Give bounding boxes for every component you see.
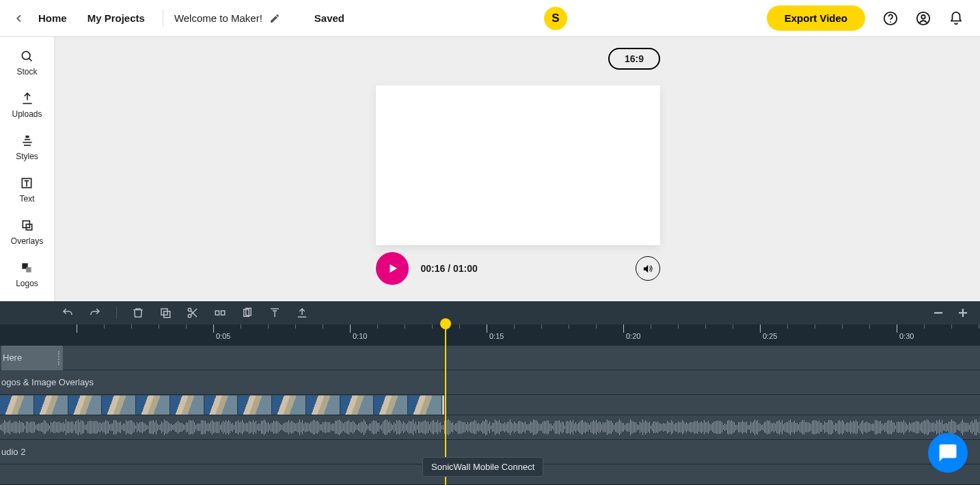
zoom-in-icon[interactable]: [957, 307, 969, 319]
svg-line-5: [29, 58, 32, 61]
redo-icon[interactable]: [89, 307, 101, 319]
play-button[interactable]: [376, 252, 409, 285]
svg-rect-9: [24, 145, 31, 146]
video-track[interactable]: [0, 394, 980, 415]
saved-label: Saved: [314, 12, 344, 24]
svg-rect-7: [24, 139, 29, 141]
trash-icon[interactable]: [132, 307, 144, 319]
canvas-pane: 16:9 00:16 / 01:00: [54, 37, 980, 301]
player-controls: 00:16 / 01:00: [376, 252, 660, 285]
sidebar-item-text[interactable]: Text: [19, 176, 34, 204]
timeline-toolbar: [0, 301, 980, 324]
sidebar-item-styles[interactable]: Styles: [16, 134, 38, 161]
sidebar-item-label: Overlays: [11, 236, 43, 246]
sidebar-item-logos[interactable]: Logos: [16, 261, 38, 288]
sidebar-item-overlays[interactable]: Overlays: [11, 219, 43, 246]
split-icon[interactable]: [214, 307, 226, 319]
sidebar-item-uploads[interactable]: Uploads: [12, 92, 42, 119]
copy-icon[interactable]: [241, 307, 254, 319]
my-projects-link[interactable]: My Projects: [81, 8, 152, 28]
svg-rect-8: [23, 142, 31, 143]
text-top-icon[interactable]: [269, 307, 281, 319]
header-left: Home My Projects Welcome to Maker! Saved: [14, 8, 344, 28]
clip-tooltip: SonicWall Mobile Connect: [422, 457, 543, 477]
zoom-out-icon[interactable]: [932, 307, 944, 319]
separator: [116, 307, 117, 319]
sidebar-item-label: Stock: [16, 67, 37, 77]
bell-icon[interactable]: [949, 11, 964, 26]
account-icon[interactable]: [916, 11, 931, 26]
time-display: 00:16 / 01:00: [421, 263, 478, 274]
app-header: Home My Projects Welcome to Maker! Saved…: [0, 0, 980, 37]
svg-rect-26: [221, 311, 225, 315]
project-title: Welcome to Maker!: [174, 12, 280, 24]
pencil-icon[interactable]: [269, 13, 280, 24]
main-area: Stock Uploads Styles Text Overlays Logos…: [0, 37, 980, 301]
title-track[interactable]: Here: [0, 345, 980, 370]
track-label: ogos & Image Overlays: [1, 377, 94, 387]
export-video-button[interactable]: Export Video: [767, 5, 865, 31]
title-clip[interactable]: Here: [1, 346, 63, 370]
scissors-icon[interactable]: [187, 307, 199, 319]
video-clip[interactable]: [0, 396, 444, 415]
sidebar-item-label: Logos: [16, 279, 38, 288]
svg-point-21: [188, 308, 191, 311]
timeline-panel: 0:050:100:150:200:250:300:35 Here ogos &…: [0, 301, 980, 485]
track-label: udio 2: [1, 447, 25, 457]
svg-marker-18: [390, 264, 398, 273]
aspect-ratio-button[interactable]: 16:9: [608, 48, 660, 70]
undo-icon[interactable]: [62, 307, 74, 319]
svg-rect-16: [27, 267, 31, 273]
sidebar-item-label: Text: [19, 194, 34, 204]
audio-track-1[interactable]: [0, 415, 980, 439]
timeline-ruler[interactable]: 0:050:100:150:200:250:300:35: [0, 324, 980, 345]
duplicate-icon[interactable]: [159, 307, 172, 319]
clip-label: Here: [3, 352, 22, 363]
svg-point-22: [188, 314, 191, 318]
overlays-track[interactable]: ogos & Image Overlays: [0, 370, 980, 394]
svg-point-4: [23, 51, 31, 59]
logo-badge: S: [544, 7, 567, 30]
sidebar-item-stock[interactable]: Stock: [16, 49, 37, 77]
svg-rect-6: [25, 136, 29, 138]
left-sidebar: Stock Uploads Styles Text Overlays Logos…: [0, 37, 54, 301]
video-canvas[interactable]: [376, 85, 660, 245]
svg-point-3: [921, 14, 925, 18]
project-title-text: Welcome to Maker!: [174, 12, 262, 24]
header-right: Export Video: [767, 5, 964, 31]
svg-rect-25: [215, 311, 219, 315]
help-icon[interactable]: [883, 11, 898, 26]
audio-waveform: [0, 418, 980, 436]
back-icon[interactable]: [14, 13, 25, 24]
separator: [163, 10, 163, 27]
chat-fab[interactable]: [928, 433, 968, 473]
svg-point-1: [890, 21, 891, 23]
sidebar-item-label: Uploads: [12, 109, 42, 119]
home-link[interactable]: Home: [31, 8, 74, 28]
volume-button[interactable]: [636, 256, 660, 281]
sidebar-item-label: Styles: [16, 152, 38, 161]
upload-clip-icon[interactable]: [296, 307, 308, 319]
